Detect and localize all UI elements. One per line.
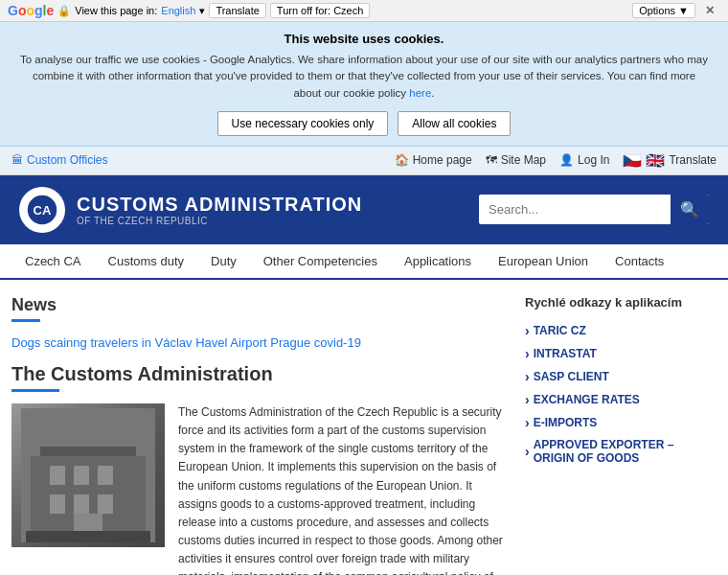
language-link[interactable]: English [161,5,195,16]
article-text-right: The Customs Administration of the Czech … [178,403,506,575]
article-image [11,403,165,547]
search-button[interactable]: 🔍 [671,195,709,224]
cookie-buttons: Use necessary cookies only Allow all coo… [19,111,709,136]
nav-contacts[interactable]: Contacts [602,244,677,278]
nav-duty[interactable]: Duty [197,244,250,278]
custom-offices-icon: 🏛 [11,153,23,167]
search-box: 🔍 [479,195,709,224]
turnoff-button[interactable]: Turn off for: Czech [270,3,370,18]
sidebar-link-approved-exporter[interactable]: APPROVED EXPORTER – ORIGIN OF GOODS [525,434,717,469]
czech-flag-icon: 🇨🇿 [623,151,642,170]
options-button[interactable]: Options ▼ [632,3,695,18]
lock-icon: 🔒 [57,5,71,17]
news-underline [11,319,40,322]
allow-all-cookies-button[interactable]: Allow all cookies [398,111,511,136]
svg-rect-5 [50,466,65,485]
search-icon: 🔍 [680,201,699,218]
svg-rect-7 [98,466,113,485]
sidebar-link-eimports[interactable]: E-IMPORTS [525,411,717,434]
cookie-description: To analyse our traffic we use cookies - … [19,52,709,102]
svg-text:CA: CA [34,203,52,218]
svg-rect-12 [26,531,150,542]
sidebar-link-taric[interactable]: TARIC CZ [525,319,717,342]
news-section-title: News [11,295,506,315]
top-nav-right: 🏠 Home page 🗺 Site Map 👤 Log In 🇨🇿 🇬🇧 Tr… [395,151,717,170]
search-input[interactable] [479,196,671,222]
nav-applications[interactable]: Applications [391,244,485,278]
view-page-text: View this page in: [75,5,157,16]
search-area: 🔍 [479,195,709,224]
cookie-policy-link[interactable]: here [409,87,431,99]
main-content: News Dogs scainng travelers in Václav Ha… [11,295,525,575]
article-body: The Customs Administration of the Czech … [11,403,506,575]
home-icon: 🏠 [395,153,409,167]
svg-rect-9 [74,494,89,514]
login-link[interactable]: 👤 Log In [559,153,609,167]
necessary-cookies-button[interactable]: Use necessary cookies only [217,111,389,136]
site-subtitle: OF THE CZECH REPUBLIC [77,216,362,226]
building-image [11,403,165,547]
nav-european-union[interactable]: European Union [485,244,602,278]
sidebar: Rychlé odkazy k aplikacím TARIC CZ INTRA… [525,295,717,575]
close-translate-button[interactable]: ✕ [699,3,720,18]
site-title: CUSTOMS ADMINISTRATION [77,194,362,216]
site-logo: CA [19,187,65,233]
news-link[interactable]: Dogs scainng travelers in Václav Havel A… [11,335,506,350]
article-title: The Customs Administration [11,363,506,385]
article-underline [11,389,59,392]
svg-rect-10 [98,494,113,514]
sidebar-link-intrastat[interactable]: INTRASTAT [525,342,717,365]
logo-area: CA CUSTOMS ADMINISTRATION OF THE CZECH R… [19,187,362,233]
translate-button[interactable]: Translate [209,3,265,18]
content-wrapper: News Dogs scainng travelers in Václav Ha… [0,280,728,575]
svg-rect-8 [50,494,65,514]
custom-offices-link[interactable]: 🏛 Custom Officies [11,153,107,167]
translate-bar: Google 🔒 View this page in: English▾ Tra… [0,0,728,22]
top-navigation: 🏛 Custom Officies 🏠 Home page 🗺 Site Map… [0,147,728,175]
translate-link[interactable]: 🇨🇿 🇬🇧 Translate [623,151,717,170]
building-svg [21,408,155,542]
sidebar-links: TARIC CZ INTRASTAT SASP CLIENT EXCHANGE … [525,319,717,469]
svg-rect-11 [74,514,102,533]
sidebar-title: Rychlé odkazy k aplikacím [525,295,717,310]
sidebar-link-exchange[interactable]: EXCHANGE RATES [525,388,717,411]
sidebar-link-sasp[interactable]: SASP CLIENT [525,365,717,388]
nav-customs-duty[interactable]: Customs duty [95,244,197,278]
svg-rect-6 [74,466,89,485]
custom-offices-label: Custom Officies [27,153,107,167]
google-logo: Google [8,3,54,18]
cookie-title: This website uses cookies. [19,32,709,46]
nav-other-competencies[interactable]: Other Competencies [250,244,391,278]
cookie-banner: This website uses cookies. To analyse ou… [0,22,728,147]
gb-flag-icon: 🇬🇧 [646,151,665,170]
logo-svg: CA [25,193,59,227]
sitemap-link[interactable]: 🗺 Site Map [486,153,546,167]
nav-czech-ca[interactable]: Czech CA [11,244,95,278]
main-navigation: Czech CA Customs duty Duty Other Compete… [0,244,728,280]
sitemap-icon: 🗺 [486,153,497,167]
homepage-link[interactable]: 🏠 Home page [395,153,472,167]
user-icon: 👤 [559,153,574,167]
site-header: CA CUSTOMS ADMINISTRATION OF THE CZECH R… [0,175,728,244]
site-title-area: CUSTOMS ADMINISTRATION OF THE CZECH REPU… [77,194,362,226]
